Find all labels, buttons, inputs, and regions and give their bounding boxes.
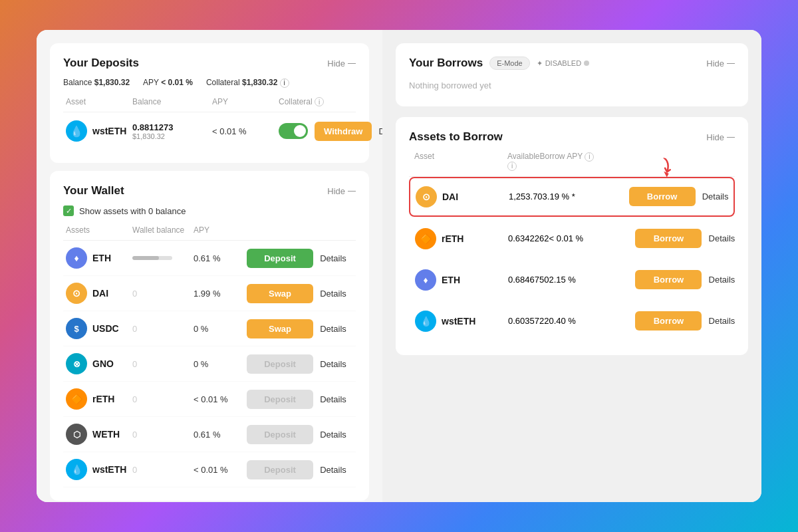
borrow-reth-button[interactable]: Borrow [635, 229, 702, 248]
wallet-asset-dai: ⊙ DAI [66, 283, 132, 304]
wallet-gno-deposit-button: Deposit [247, 354, 313, 374]
disabled-label: DISABLED [545, 59, 581, 67]
wcol-details [313, 225, 353, 235]
borrow-dai-button[interactable]: Borrow [629, 187, 696, 206]
assets-to-borrow-hide-button[interactable]: Hide [706, 132, 735, 142]
wallet-header: Your Wallet Hide [63, 184, 356, 198]
borrows-card-header: Your Borrows E-Mode ✦ DISABLED Hide [409, 57, 735, 70]
wallet-row-dai: ⊙ DAI 0 1.99 % Swap Details [63, 276, 356, 311]
wallet-usdc-balance: 0 [132, 324, 194, 334]
borrow-reth-apy: < 0.01 % [549, 233, 635, 243]
borrow-wsteth-details-button[interactable]: Details [702, 316, 741, 326]
wallet-table-header: Assets Wallet balance APY [63, 225, 356, 241]
borrow-wsteth-available: 0.6035722 [508, 316, 549, 326]
assets-to-borrow-card: Assets to Borrow Hide Asset Available i … [396, 117, 748, 355]
borrow-wsteth-button[interactable]: Borrow [635, 311, 702, 331]
wallet-weth-balance: 0 [132, 430, 194, 440]
show-zero-label: Show assets with 0 balance [79, 206, 186, 216]
borrows-title-row: Your Borrows E-Mode ✦ DISABLED [409, 57, 589, 70]
wallet-gno-details-button[interactable]: Details [313, 359, 353, 369]
reth-icon: 🔶 [66, 388, 87, 410]
borrow-dai-name: DAI [442, 192, 458, 202]
borrows-hide-button[interactable]: Hide [706, 59, 735, 68]
withdraw-button[interactable]: Withdraw [315, 122, 372, 141]
deposit-balance-primary: 0.8811273 [132, 122, 212, 132]
bcol-details [692, 152, 732, 171]
col-collateral-info-icon: i [315, 97, 324, 106]
wallet-wsteth-deposit-button: Deposit [247, 460, 313, 479]
borrow-dai-available: 1,253.70 [509, 192, 543, 201]
show-zero-balance-row: Show assets with 0 balance [63, 205, 356, 216]
wallet-gno-apy: 0 % [194, 359, 247, 369]
wallet-asset-wsteth: 💧 wstETH [66, 459, 132, 480]
wallet-dai-details-button[interactable]: Details [313, 289, 353, 299]
wallet-row-usdc: $ USDC 0 0 % Swap Details [63, 311, 356, 346]
disabled-dot [584, 61, 589, 66]
wallet-wsteth-details-button[interactable]: Details [313, 465, 353, 475]
collateral-label: Collateral $1,830.32 i [206, 78, 289, 88]
wallet-gno-name: GNO [92, 358, 114, 369]
wallet-wsteth-balance: 0 [132, 465, 194, 475]
available-info-icon: i [507, 162, 517, 171]
wallet-row-eth: ♦ ETH 0.61 % Deposit Details [63, 241, 356, 276]
wcol-assets: Assets [66, 225, 132, 235]
wallet-asset-eth: ♦ ETH [66, 247, 132, 269]
col-balance: Balance [132, 97, 212, 107]
borrow-asset-wsteth: 💧 wstETH [415, 311, 508, 332]
wallet-card: Your Wallet Hide Show assets with 0 bala… [50, 171, 369, 501]
bcol-asset: Asset [414, 152, 507, 171]
wcol-action [247, 225, 313, 235]
wallet-usdc-name: USDC [92, 323, 119, 334]
borrow-reth-icon: 🔶 [415, 228, 436, 249]
borrow-reth-name: rETH [442, 233, 464, 244]
deposit-balance-secondary: $1,830.32 [132, 132, 212, 140]
main-container: Your Deposits Hide Balance $1,830.32 APY… [37, 30, 761, 502]
eth-icon: ♦ [66, 247, 87, 269]
deposits-header: Your Deposits Hide [63, 57, 356, 70]
wallet-wsteth-icon: 💧 [66, 459, 87, 480]
wallet-row-weth: ⬡ WETH 0 0.61 % Deposit Details [63, 417, 356, 452]
borrow-wsteth-icon: 💧 [415, 311, 436, 332]
wallet-usdc-details-button[interactable]: Details [313, 324, 353, 334]
wallet-dai-swap-button[interactable]: Swap [247, 284, 313, 303]
wallet-weth-details-button[interactable]: Details [313, 430, 353, 440]
col-apy: APY [212, 97, 279, 107]
wallet-weth-deposit-button: Deposit [247, 425, 313, 444]
deposit-actions: Withdraw Deposit [279, 122, 382, 141]
wallet-eth-deposit-button[interactable]: Deposit [247, 249, 313, 268]
wsteth-icon: 💧 [66, 120, 87, 142]
col-collateral: Collateral i [279, 97, 353, 107]
wallet-eth-details-button[interactable]: Details [313, 253, 353, 263]
deposits-hide-button[interactable]: Hide [327, 59, 356, 68]
deposit-row-wsteth: 💧 wstETH 0.8811273 $1,830.32 < 0.01 % Wi… [63, 112, 356, 150]
deposit-asset-name: wstETH [92, 126, 126, 136]
wallet-hide-button[interactable]: Hide [327, 186, 356, 196]
borrow-asset-eth: ♦ ETH [415, 269, 508, 291]
wallet-asset-weth: ⬡ WETH [66, 424, 132, 445]
borrow-dai-details-button[interactable]: Details [696, 192, 735, 201]
borrows-title: Your Borrows [409, 57, 483, 70]
deposit-apy-cell: < 0.01 % [212, 126, 279, 136]
wallet-asset-usdc: $ USDC [66, 318, 132, 339]
wallet-reth-balance: 0 [132, 394, 194, 404]
wallet-eth-name: ETH [92, 253, 111, 263]
borrow-reth-details-button[interactable]: Details [702, 233, 741, 243]
wallet-reth-apy: < 0.01 % [194, 394, 247, 404]
show-zero-checkbox[interactable] [63, 205, 74, 216]
deposits-card: Your Deposits Hide Balance $1,830.32 APY… [50, 43, 369, 163]
collateral-info-icon: i [280, 78, 289, 88]
borrow-asset-reth: 🔶 rETH [415, 228, 508, 249]
collateral-toggle[interactable] [279, 123, 308, 139]
emode-badge[interactable]: E-Mode [489, 57, 530, 70]
left-panel: Your Deposits Hide Balance $1,830.32 APY… [37, 30, 382, 502]
wallet-reth-deposit-button: Deposit [247, 390, 313, 409]
wallet-dai-name: DAI [92, 288, 108, 299]
borrow-eth-available: 0.6846750 [508, 275, 549, 285]
wallet-eth-balance [132, 256, 194, 260]
borrow-eth-details-button[interactable]: Details [702, 275, 741, 285]
wallet-usdc-swap-button[interactable]: Swap [247, 319, 313, 338]
borrow-eth-name: ETH [442, 275, 460, 285]
gno-icon: ⊗ [66, 353, 87, 374]
wallet-reth-details-button[interactable]: Details [313, 394, 353, 404]
borrow-eth-button[interactable]: Borrow [635, 270, 702, 289]
